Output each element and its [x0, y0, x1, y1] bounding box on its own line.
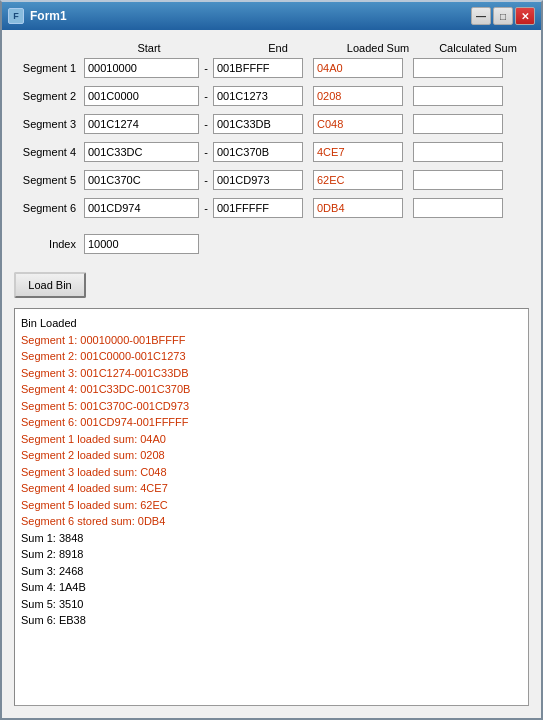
segment-fields-4: - — [84, 142, 503, 162]
output-line-7: Segment 6: 001CD974-001FFFFF — [21, 414, 522, 431]
segment-loaded-input-6[interactable] — [313, 198, 403, 218]
output-line-17: Sum 4: 1A4B — [21, 579, 522, 596]
dash-3: - — [199, 118, 213, 130]
window-title: Form1 — [30, 9, 471, 23]
output-line-9: Segment 2 loaded sum: 0208 — [21, 447, 522, 464]
output-line-19: Sum 6: EB38 — [21, 612, 522, 629]
segments-grid: Segment 1 - Segment 2 - Se — [14, 56, 529, 220]
index-row: Index — [14, 232, 529, 256]
segment-end-input-3[interactable] — [213, 114, 303, 134]
dash-1: - — [199, 62, 213, 74]
segment-label-5: Segment 5 — [14, 174, 84, 186]
window-body: Start End Loaded Sum Calculated Sum Segm… — [2, 30, 541, 718]
segment-calc-input-6[interactable] — [413, 198, 503, 218]
output-line-8: Segment 1 loaded sum: 04A0 — [21, 431, 522, 448]
header-calc: Calculated Sum — [428, 42, 528, 54]
dash-5: - — [199, 174, 213, 186]
segment-end-input-1[interactable] — [213, 58, 303, 78]
segment-loaded-input-1[interactable] — [313, 58, 403, 78]
segment-label-6: Segment 6 — [14, 202, 84, 214]
segment-end-input-4[interactable] — [213, 142, 303, 162]
segment-row-1: Segment 1 - — [14, 56, 529, 80]
output-line-12: Segment 5 loaded sum: 62EC — [21, 497, 522, 514]
segment-label-4: Segment 4 — [14, 146, 84, 158]
segment-fields-1: - — [84, 58, 503, 78]
load-bin-button[interactable]: Load Bin — [14, 272, 86, 298]
header-end: End — [228, 42, 328, 54]
segment-fields-3: - — [84, 114, 503, 134]
segment-row-5: Segment 5 - — [14, 168, 529, 192]
main-window: F Form1 — □ ✕ Start End Loaded Sum Calcu… — [0, 0, 543, 720]
segment-calc-input-5[interactable] — [413, 170, 503, 190]
segment-start-input-4[interactable] — [84, 142, 199, 162]
segment-start-input-1[interactable] — [84, 58, 199, 78]
segment-calc-input-1[interactable] — [413, 58, 503, 78]
segment-start-input-5[interactable] — [84, 170, 199, 190]
output-line-13: Segment 6 stored sum: 0DB4 — [21, 513, 522, 530]
segment-end-input-2[interactable] — [213, 86, 303, 106]
segment-end-input-6[interactable] — [213, 198, 303, 218]
output-line-5: Segment 4: 001C33DC-001C370B — [21, 381, 522, 398]
segment-row-4: Segment 4 - — [14, 140, 529, 164]
minimize-button[interactable]: — — [471, 7, 491, 25]
output-line-2: Segment 1: 00010000-001BFFFF — [21, 332, 522, 349]
segment-loaded-input-3[interactable] — [313, 114, 403, 134]
window-icon: F — [8, 8, 24, 24]
index-fields — [84, 234, 199, 254]
segment-start-input-6[interactable] — [84, 198, 199, 218]
index-input[interactable] — [84, 234, 199, 254]
segment-row-3: Segment 3 - — [14, 112, 529, 136]
segment-end-input-5[interactable] — [213, 170, 303, 190]
dash-6: - — [199, 202, 213, 214]
segment-fields-2: - — [84, 86, 503, 106]
segment-calc-input-2[interactable] — [413, 86, 503, 106]
segment-calc-input-3[interactable] — [413, 114, 503, 134]
output-line-18: Sum 5: 3510 — [21, 596, 522, 613]
segment-calc-input-4[interactable] — [413, 142, 503, 162]
segment-fields-5: - — [84, 170, 503, 190]
segment-label-2: Segment 2 — [14, 90, 84, 102]
column-headers: Start End Loaded Sum Calculated Sum — [14, 42, 529, 54]
close-button[interactable]: ✕ — [515, 7, 535, 25]
segment-row-2: Segment 2 - — [14, 84, 529, 108]
output-line-1: Bin Loaded — [21, 315, 522, 332]
segment-loaded-input-2[interactable] — [313, 86, 403, 106]
index-label: Index — [14, 238, 84, 250]
segment-fields-6: - — [84, 198, 503, 218]
dash-4: - — [199, 146, 213, 158]
output-line-14: Sum 1: 3848 — [21, 530, 522, 547]
dash-2: - — [199, 90, 213, 102]
output-line-4: Segment 3: 001C1274-001C33DB — [21, 365, 522, 382]
header-loaded: Loaded Sum — [328, 42, 428, 54]
output-line-15: Sum 2: 8918 — [21, 546, 522, 563]
segment-label-1: Segment 1 — [14, 62, 84, 74]
output-line-11: Segment 4 loaded sum: 4CE7 — [21, 480, 522, 497]
segment-loaded-input-5[interactable] — [313, 170, 403, 190]
title-buttons: — □ ✕ — [471, 7, 535, 25]
output-line-6: Segment 5: 001C370C-001CD973 — [21, 398, 522, 415]
output-box: Bin LoadedSegment 1: 00010000-001BFFFFSe… — [14, 308, 529, 706]
segment-loaded-input-4[interactable] — [313, 142, 403, 162]
output-line-10: Segment 3 loaded sum: C048 — [21, 464, 522, 481]
segment-start-input-3[interactable] — [84, 114, 199, 134]
output-line-16: Sum 3: 2468 — [21, 563, 522, 580]
maximize-button[interactable]: □ — [493, 7, 513, 25]
output-line-3: Segment 2: 001C0000-001C1273 — [21, 348, 522, 365]
segment-row-6: Segment 6 - — [14, 196, 529, 220]
segment-label-3: Segment 3 — [14, 118, 84, 130]
header-start: Start — [84, 42, 214, 54]
title-bar: F Form1 — □ ✕ — [2, 2, 541, 30]
segment-start-input-2[interactable] — [84, 86, 199, 106]
